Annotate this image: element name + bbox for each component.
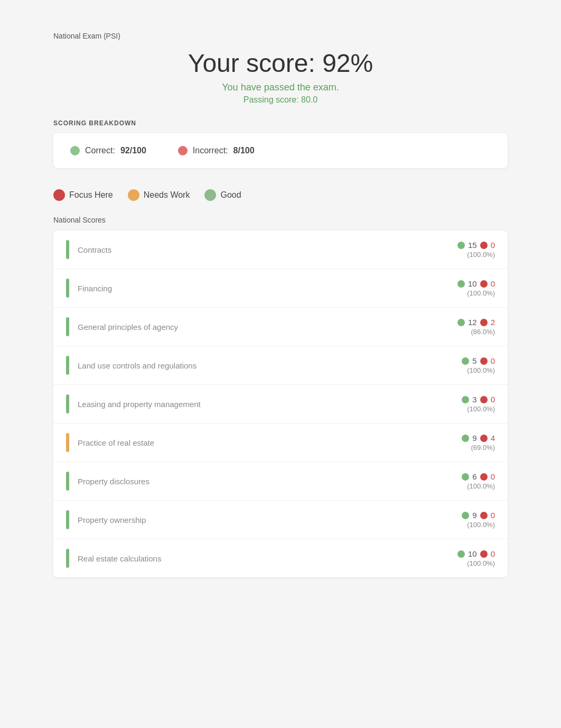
table-row: Real estate calculations 10 0 (100.0%) (53, 539, 508, 577)
breakdown-card: Correct: 92/100 Incorrect: 8/100 (53, 133, 508, 168)
table-row: Financing 10 0 (100.0%) (53, 269, 508, 308)
num-incorrect: 0 (491, 241, 495, 250)
num-incorrect: 0 (491, 549, 495, 558)
num-correct: 10 (468, 549, 477, 558)
score-nums-row: 10 0 (457, 279, 495, 288)
num-correct: 9 (472, 434, 476, 443)
good-label: Good (220, 190, 241, 200)
status-bar (66, 356, 69, 375)
num-correct: 10 (468, 279, 477, 288)
score-title: Your score: 92% (53, 49, 508, 78)
score-nums-row: 3 0 (462, 395, 495, 404)
subject-name: Property disclosures (78, 477, 423, 486)
subject-name: Leasing and property management (78, 400, 423, 409)
score-nums-row: 12 2 (457, 318, 495, 327)
correct-mini-dot (457, 280, 465, 288)
num-incorrect: 0 (491, 511, 495, 520)
score-nums: 15 0 (100.0%) (432, 241, 495, 259)
subject-name: Practice of real estate (78, 438, 423, 447)
status-bar (66, 279, 69, 298)
incorrect-value: 8/100 (233, 146, 255, 155)
exam-label: National Exam (PSI) (53, 32, 508, 40)
incorrect-breakdown: Incorrect: 8/100 (178, 146, 255, 155)
score-pct: (100.0%) (467, 289, 495, 297)
incorrect-mini-dot (480, 242, 488, 249)
correct-mini-dot (462, 396, 469, 403)
incorrect-mini-dot (480, 357, 488, 365)
incorrect-mini-dot (480, 512, 488, 519)
num-incorrect: 0 (491, 356, 495, 365)
status-bar (66, 510, 69, 529)
pass-message: You have passed the exam. (53, 82, 508, 93)
good-dot (204, 189, 216, 201)
correct-dot (70, 146, 80, 155)
status-bar (66, 433, 69, 452)
score-nums: 3 0 (100.0%) (432, 395, 495, 413)
score-nums: 12 2 (86.0%) (432, 318, 495, 336)
score-pct: (100.0%) (467, 366, 495, 374)
correct-mini-dot (462, 473, 469, 481)
focus-label: Focus Here (69, 190, 113, 200)
score-pct: (100.0%) (467, 251, 495, 259)
score-nums: 9 0 (100.0%) (432, 511, 495, 529)
score-pct: (100.0%) (467, 521, 495, 529)
num-correct: 3 (472, 395, 476, 404)
table-row: Land use controls and regulations 5 0 (1… (53, 346, 508, 385)
num-incorrect: 0 (491, 472, 495, 481)
score-nums: 6 0 (100.0%) (432, 472, 495, 490)
focus-dot (53, 189, 65, 201)
incorrect-mini-dot (480, 319, 488, 326)
num-incorrect: 2 (491, 318, 495, 327)
incorrect-dot (178, 146, 188, 155)
num-correct: 12 (468, 318, 477, 327)
score-nums: 9 4 (69.0%) (432, 434, 495, 451)
score-nums-row: 10 0 (457, 549, 495, 558)
subject-name: General principles of agency (78, 322, 423, 331)
incorrect-mini-dot (480, 435, 488, 442)
num-incorrect: 0 (491, 395, 495, 404)
num-correct: 5 (472, 356, 476, 365)
incorrect-mini-dot (480, 473, 488, 481)
score-pct: (100.0%) (467, 405, 495, 413)
score-nums-row: 5 0 (462, 356, 495, 365)
legend-good: Good (204, 189, 241, 201)
legend-row: Focus Here Needs Work Good (53, 189, 508, 201)
score-pct: (69.0%) (471, 444, 495, 451)
scoring-breakdown-label: SCORING BREAKDOWN (53, 119, 508, 127)
status-bar (66, 472, 69, 491)
correct-mini-dot (457, 319, 465, 326)
incorrect-mini-dot (480, 396, 488, 403)
score-nums-row: 6 0 (462, 472, 495, 481)
status-bar (66, 394, 69, 413)
num-incorrect: 0 (491, 279, 495, 288)
needs-label: Needs Work (144, 190, 190, 200)
score-header: Your score: 92% You have passed the exam… (53, 49, 508, 105)
score-pct: (100.0%) (467, 559, 495, 567)
table-row: Leasing and property management 3 0 (100… (53, 385, 508, 423)
num-correct: 15 (468, 241, 477, 250)
num-correct: 6 (472, 472, 476, 481)
correct-mini-dot (462, 512, 469, 519)
subject-name: Real estate calculations (78, 554, 423, 563)
legend-focus: Focus Here (53, 189, 113, 201)
correct-value: 92/100 (120, 146, 146, 155)
num-incorrect: 4 (491, 434, 495, 443)
num-correct: 9 (472, 511, 476, 520)
subject-name: Contracts (78, 245, 423, 254)
correct-mini-dot (462, 357, 469, 365)
incorrect-mini-dot (480, 280, 488, 288)
page-wrapper: National Exam (PSI) Your score: 92% You … (53, 32, 508, 577)
correct-mini-dot (462, 435, 469, 442)
table-row: General principles of agency 12 2 (86.0%… (53, 308, 508, 346)
subject-name: Land use controls and regulations (78, 361, 423, 370)
passing-score: Passing score: 80.0 (53, 95, 508, 105)
score-nums-row: 15 0 (457, 241, 495, 250)
legend-needs: Needs Work (128, 189, 190, 201)
status-bar (66, 549, 69, 568)
score-nums: 10 0 (100.0%) (432, 549, 495, 567)
incorrect-mini-dot (480, 550, 488, 558)
correct-mini-dot (457, 242, 465, 249)
score-pct: (86.0%) (471, 328, 495, 336)
score-nums-row: 9 0 (462, 511, 495, 520)
national-scores-label: National Scores (53, 216, 508, 224)
